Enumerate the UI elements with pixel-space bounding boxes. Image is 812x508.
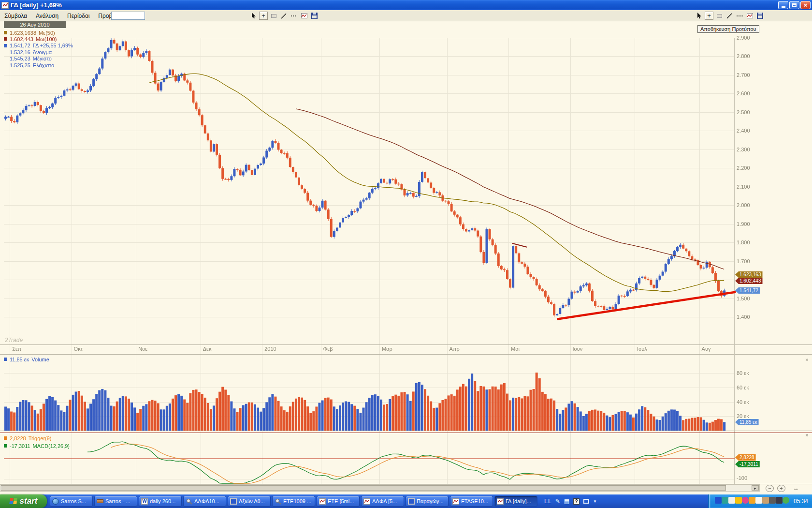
price-legend-row: 1.545,23Μέγιστο [4,56,52,62]
update-alert-icon[interactable] [749,497,755,504]
minimize-button[interactable] [778,1,788,9]
x-axis-label: Φεβ [323,346,333,352]
pointer-tool-icon[interactable] [695,12,703,20]
java-icon[interactable] [728,497,735,504]
macd-axis-tag: 2,8228 [735,454,756,461]
green-ring-icon[interactable] [783,497,789,504]
scroll-right-button[interactable]: ► [752,485,759,491]
restore-button[interactable] [789,1,799,9]
close-button[interactable]: × [800,1,811,9]
messenger-heart-icon[interactable] [742,497,749,504]
crosshair-tool-icon[interactable]: + [259,12,268,20]
volume-speaker-icon[interactable] [769,497,776,504]
legend-label: Άνοιγμα [33,49,52,55]
task-label: daily 260... [150,498,175,504]
y-axis-label: 1.400 [737,314,750,320]
minimize-icon [782,6,785,8]
x-axis-label: Μαι [511,346,520,352]
taskbar-button-sarros-[interactable]: Sarros - ... [94,496,137,507]
taskbar-button-sarros-s-[interactable]: Sarros S... [50,496,93,507]
taskbar-button-παραγ-γ-[interactable]: Παραγώγ... [406,496,449,507]
chart-icon [497,498,504,505]
app-icon [1,2,9,9]
y-axis-label: 2.100 [737,184,750,190]
dotted-line-tool-icon[interactable] [290,12,298,20]
taskbar-button-ete-5mi-[interactable]: ETE [5mi... [317,496,360,507]
scrollbar-thumb[interactable] [1,485,726,491]
chart-canvas[interactable] [0,21,812,494]
security-shield-icon[interactable] [735,497,742,504]
volume-legend-label: Volume [31,357,49,362]
menu-item-3[interactable]: Περίοδοι [63,11,94,21]
chart-tool-icon[interactable] [745,12,754,20]
system-tray: 05:34 [708,494,812,508]
symbol-input[interactable] [111,12,145,20]
crosshair-tool-icon[interactable]: + [705,12,713,20]
menu-item-1[interactable]: Σύμβολα [0,11,31,21]
taskbar-button-ete1009-[interactable]: ETE1009 ... [272,496,315,507]
horizontal-scrollbar[interactable]: ► [0,484,760,492]
task-label: ΑΛΦΑ [5... [372,498,397,504]
chart-icon [319,498,326,505]
taskbar-button-αξι-ν-αθ-[interactable]: Αξιών Αθ... [228,496,271,507]
task-label: ETE1009 ... [283,498,311,504]
document-icon[interactable] [755,497,762,504]
x-axis-label: Ιουν [573,346,583,352]
taskbar-button-daily-260-[interactable]: Wdaily 260... [139,496,182,507]
taskbar-button-αλφα10-[interactable]: ΑΛΦΑ10... [183,496,226,507]
macd-legend-value: -17,3011 [10,443,30,449]
x-axis-label: Μαρ [382,346,392,352]
key-icon [97,499,103,503]
toolbar-right: + [695,11,764,20]
taskbar-button-γδ-daily-[interactable]: ΓΔ [daily]... [494,496,537,507]
x-axis-label: Ιουλ [637,346,647,352]
gears-utility-icon[interactable] [722,497,728,504]
y-axis-label: 2.600 [737,90,750,96]
chart-tool-icon[interactable] [300,12,308,20]
crosshair-date-label: 26 Αυγ 2010 [4,21,66,28]
legend-label: ΓΔ +25,55 1,69% [33,43,73,48]
pointer-tool-icon[interactable] [249,12,258,20]
close-icon: × [804,1,808,9]
save-tool-icon[interactable] [310,12,319,20]
monitor-icon [408,498,415,505]
x-axis-label: Σεπ [12,346,21,352]
taskbar-button-αλφα-5-[interactable]: ΑΛΦΑ [5... [361,496,404,507]
phone-icon[interactable] [776,497,783,504]
menu-item-2[interactable]: Ανάλυση [31,11,63,21]
price-legend-row: 1.541,72ΓΔ +25,55 1,69% [4,43,73,49]
y-axis-label: 1.900 [737,221,750,227]
taskbar-button-ftase10-[interactable]: FTASE10... [450,496,493,507]
save-tool-icon[interactable] [755,12,764,20]
dotted-line-tool-icon[interactable] [735,12,744,20]
macd-pane-close-icon[interactable]: × [804,433,810,439]
help-icon[interactable]: ? [573,498,580,505]
legend-label: Με(50) [39,30,55,36]
legend-swatch [4,44,7,47]
realtek-audio-icon[interactable] [715,497,722,504]
pen-icon[interactable]: ✎ [555,498,560,505]
language-indicator[interactable]: EL [544,498,551,505]
volume-pane-close-icon[interactable]: × [804,357,810,363]
taskbar-clock: 05:34 [794,498,808,505]
langbar-restore-icon[interactable] [583,499,589,504]
keyboard-icon[interactable]: ▦ [564,498,569,505]
task-label: Sarros - ... [105,498,130,504]
volume-legend-value: 11,85 εκ [10,357,29,362]
y-axis-label: 2.800 [737,53,750,59]
trendline-tool-icon[interactable] [725,12,734,20]
langbar-caret-icon[interactable]: ▼ [593,499,597,504]
watermark: 2Trade [5,337,23,344]
fit-width-button[interactable]: ↔ [791,485,801,492]
trendline-tool-icon[interactable] [279,12,288,20]
chat-faces-icon[interactable] [762,497,769,504]
start-button[interactable]: start [0,494,47,508]
save-template-tooltip: Αποθήκευση Προτύπου [697,25,759,33]
zoom-out-button[interactable]: − [766,485,774,492]
price-axis-tag: 1.541,72 [735,287,760,294]
macd-legend: -17,3011 MACD(12,26,9) [4,443,70,449]
chart-area: 26 Αυγ 2010 1.623,1638Με(50)1.602,443Μω(… [0,21,812,494]
rectangle-tool-icon[interactable] [269,12,278,20]
zoom-in-button[interactable]: + [777,485,785,492]
rectangle-tool-icon[interactable] [715,12,724,20]
